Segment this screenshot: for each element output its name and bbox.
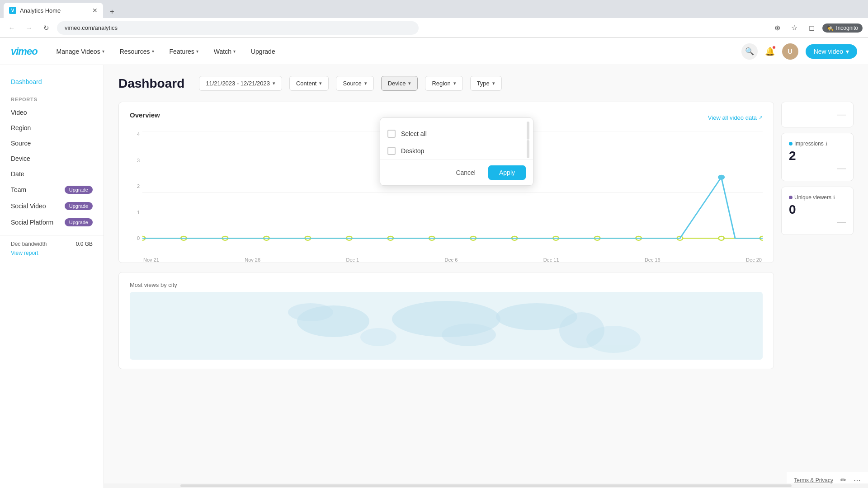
scrollbar-down [527,140,529,158]
sidebar-item-dashboard[interactable]: Dashboard [0,74,104,89]
stats-sidebar: — Impressions ℹ 2 — [781,102,854,369]
reports-section-label: REPORTS [0,89,104,105]
back-button[interactable]: ← [5,22,18,34]
terms-privacy-link[interactable]: Terms & Privacy [794,477,833,483]
new-video-button[interactable]: New video ▾ [806,44,857,59]
bandwidth-value: 0.0 GB [76,241,93,247]
chevron-down-icon: ▾ [846,48,849,55]
map-placeholder [130,292,763,360]
cast-icon: ⊕ [771,22,783,34]
active-tab[interactable]: V Analytics Home ✕ [4,3,103,18]
desktop-item[interactable]: Desktop [387,142,526,160]
sidebar: Dashboard REPORTS Video Region Source De… [0,65,104,488]
bandwidth-label: Dec bandwidth [11,241,47,247]
unique-viewers-dash: — [789,217,846,227]
info-icon: ℹ [826,141,827,147]
chevron-down-icon: ▾ [273,80,275,86]
page-title: Dashboard [118,76,184,91]
nav-upgrade[interactable]: Upgrade [250,46,276,57]
apply-button[interactable]: Apply [488,165,526,180]
sidebar-item-video[interactable]: Video [0,105,104,120]
overview-title: Overview [130,111,160,119]
chevron-down-icon: ▾ [319,80,322,86]
y-label-4: 4 [130,131,140,137]
chevron-down-icon: ▾ [408,80,411,86]
device-dropdown: Select all Desktop Cancel Apply [380,117,533,186]
y-label-1: 1 [130,210,140,215]
world-map [130,294,763,357]
unique-viewers-dot [789,196,793,199]
dropdown-scroll[interactable]: Select all Desktop [380,125,533,160]
dash-icon: — [789,109,846,120]
profile-icon[interactable]: ◻ [805,22,818,34]
notification-dot [772,46,776,49]
x-label-nov21: Nov 21 [143,257,159,263]
svg-point-19 [718,236,724,240]
scrollbar-up [527,122,529,140]
user-avatar[interactable]: U [782,43,798,60]
x-label-dec6: Dec 6 [445,257,458,263]
date-filter-button[interactable]: 11/21/2023 - 12/21/2023 ▾ [199,76,282,91]
impressions-stat: Impressions ℹ 2 — [781,133,854,181]
sidebar-item-social-platform[interactable]: Social Platform Upgrade [0,214,104,230]
sidebar-item-social-video[interactable]: Social Video Upgrade [0,198,104,214]
chevron-down-icon: ▾ [196,49,198,54]
select-all-item[interactable]: Select all [387,125,526,142]
external-link-icon: ↗ [759,115,763,121]
horizontal-scrollbar[interactable] [104,483,868,488]
sidebar-item-team[interactable]: Team Upgrade [0,182,104,198]
nav-manage-videos[interactable]: Manage Videos ▾ [56,46,105,57]
content-filter-button[interactable]: Content ▾ [289,76,329,91]
bookmark-icon[interactable]: ☆ [788,22,801,34]
vimeo-logo[interactable]: vimeo [11,46,38,57]
chevron-down-icon: ▾ [152,49,154,54]
select-all-checkbox[interactable] [387,130,396,138]
bandwidth-section: Dec bandwidth 0.0 GB View report [0,235,104,262]
chevron-down-icon: ▾ [492,80,495,86]
upgrade-badge-social-platform: Upgrade [65,218,93,226]
unique-viewers-stat: Unique viewers ℹ 0 — [781,187,854,235]
sidebar-item-device[interactable]: Device [0,151,104,166]
new-tab-button[interactable]: + [106,5,118,18]
address-bar[interactable]: vimeo.com/analytics [57,21,419,35]
desktop-checkbox[interactable] [387,147,396,155]
nav-features[interactable]: Features ▾ [169,46,199,57]
forward-button[interactable]: → [23,22,35,34]
nav-watch[interactable]: Watch ▾ [213,46,236,57]
svg-point-28 [288,303,333,321]
reload-button[interactable]: ↻ [40,22,52,34]
app-topnav: vimeo Manage Videos ▾ Resources ▾ Featur… [0,38,868,65]
x-label-dec20: Dec 20 [746,257,762,263]
search-button[interactable]: 🔍 [741,43,758,60]
upgrade-badge-social-video: Upgrade [65,202,93,210]
dropdown-actions: Cancel Apply [380,160,533,185]
view-report-link[interactable]: View report [11,250,93,256]
svg-point-29 [586,326,641,353]
region-filter-button[interactable]: Region ▾ [425,76,462,91]
tab-title: Analytics Home [20,7,89,14]
x-label-dec16: Dec 16 [645,257,660,263]
tab-favicon: V [9,7,16,14]
sidebar-item-source[interactable]: Source [0,136,104,151]
source-filter-button[interactable]: Source ▾ [336,76,373,91]
chevron-down-icon: ▾ [453,80,456,86]
tab-close-button[interactable]: ✕ [92,7,98,14]
chevron-down-icon: ▾ [364,80,367,86]
info-icon: ℹ [833,195,835,201]
type-filter-button[interactable]: Type ▾ [470,76,502,91]
y-label-0: 0 [130,235,140,241]
device-filter-button[interactable]: Device ▾ [381,76,418,91]
impressions-dash: — [789,163,846,174]
nav-resources[interactable]: Resources ▾ [119,46,155,57]
scrollbar-thumb[interactable] [180,484,792,487]
impressions-value: 2 [789,149,846,163]
x-label-dec11: Dec 11 [543,257,559,263]
map-title: Most views by city [130,282,763,288]
notification-button[interactable]: 🔔 [765,47,775,56]
cancel-button[interactable]: Cancel [448,165,483,180]
sidebar-item-region[interactable]: Region [0,120,104,136]
view-all-link[interactable]: View all video data ↗ [708,114,763,121]
y-label-3: 3 [130,158,140,163]
sidebar-item-date[interactable]: Date [0,166,104,182]
y-label-2: 2 [130,183,140,189]
